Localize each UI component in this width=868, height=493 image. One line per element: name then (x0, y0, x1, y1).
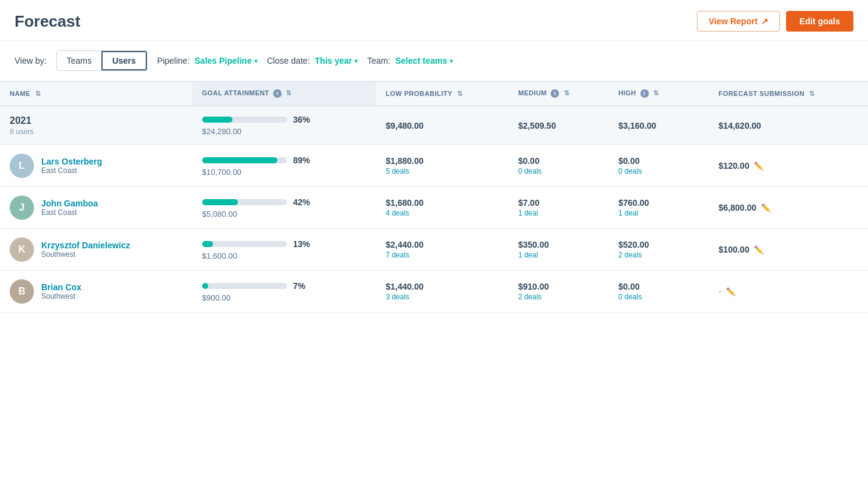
goal-amount: $1,600.00 (202, 251, 367, 260)
col-header-name: NAME ⇅ (0, 82, 192, 106)
view-by-label: View by: (15, 56, 47, 66)
external-link-icon: ↗ (761, 16, 768, 26)
group-medium-cell: $2,509.50 (509, 106, 609, 145)
user-name-cell: L Lars Osterberg East Coast (0, 145, 192, 187)
edit-icon[interactable]: ✏️ (754, 162, 764, 171)
progress-pct: 42% (293, 197, 310, 207)
info-icon: i (640, 89, 649, 98)
info-icon: i (273, 89, 282, 98)
col-header-goal: GOAL ATTAINMENT i ⇅ (192, 82, 376, 106)
avatar: J (10, 195, 34, 220)
user-medium-cell: $0.00 0 deals (509, 145, 609, 187)
chevron-down-icon: ▾ (450, 58, 453, 64)
user-team: Southwest (41, 292, 81, 301)
user-team: Southwest (41, 250, 130, 259)
sort-icon[interactable]: ⇅ (809, 90, 815, 97)
team-filter: Team: Select teams ▾ (367, 56, 453, 66)
group-name-cell: 2021 8 users (0, 106, 192, 145)
col-header-low: LOW PROBABILITY ⇅ (376, 82, 508, 106)
user-name[interactable]: Brian Cox (41, 282, 81, 292)
user-forecast-cell: $6,800.00 ✏️ (709, 187, 868, 229)
group-progress-bar-fill (202, 117, 232, 123)
sort-icon[interactable]: ⇅ (35, 90, 41, 97)
team-label: Team: (367, 56, 390, 66)
progress-bar-fill (202, 157, 278, 163)
sort-icon[interactable]: ⇅ (286, 89, 291, 97)
view-users-button[interactable]: Users (101, 51, 147, 70)
user-team: East Coast (41, 166, 102, 175)
view-toggle: Teams Users (56, 50, 147, 71)
table-row: J John Gamboa East Coast 42% $5,080.00 $… (0, 187, 868, 229)
progress-bar-bg (202, 241, 287, 247)
user-goal-cell: 7% $900.00 (192, 271, 376, 313)
edit-icon[interactable]: ✏️ (726, 287, 736, 296)
col-header-high: HIGH i ⇅ (609, 82, 709, 106)
user-forecast-cell: - ✏️ (709, 271, 868, 313)
user-name[interactable]: John Gamboa (41, 199, 98, 208)
progress-bar-bg (202, 157, 287, 163)
sort-icon[interactable]: ⇅ (653, 89, 659, 97)
view-teams-button[interactable]: Teams (57, 51, 101, 70)
col-header-forecast: FORECAST SUBMISSION ⇅ (709, 82, 868, 106)
goal-amount: $10,700.00 (202, 168, 367, 177)
user-high-cell: $760.00 1 deal (609, 187, 709, 229)
filter-bar: View by: Teams Users Pipeline: Sales Pip… (0, 41, 868, 81)
close-date-filter: Close date: This year ▾ (267, 56, 358, 66)
edit-icon[interactable]: ✏️ (754, 245, 764, 254)
page-header: Forecast View Report ↗ Edit goals (0, 0, 868, 41)
table-row: L Lars Osterberg East Coast 89% $10,700.… (0, 145, 868, 187)
user-name[interactable]: Krzysztof Danielewicz (41, 240, 130, 250)
pipeline-dropdown[interactable]: Sales Pipeline ▾ (195, 56, 257, 66)
edit-goals-button[interactable]: Edit goals (786, 11, 853, 32)
progress-bar-fill (202, 199, 238, 205)
goal-amount: $5,080.00 (202, 209, 367, 219)
progress-bar-bg (202, 283, 287, 289)
view-report-button[interactable]: View Report ↗ (697, 11, 780, 32)
table-row: K Krzysztof Danielewicz Southwest 13% $1… (0, 229, 868, 271)
user-goal-cell: 42% $5,080.00 (192, 187, 376, 229)
user-medium-cell: $910.00 2 deals (509, 271, 609, 313)
progress-pct: 7% (293, 281, 305, 291)
group-progress-bar-bg (202, 117, 287, 123)
user-high-cell: $0.00 0 deals (609, 271, 709, 313)
team-dropdown[interactable]: Select teams ▾ (395, 56, 453, 66)
goal-amount: $900.00 (202, 293, 367, 302)
pipeline-label: Pipeline: (157, 56, 190, 66)
forecast-table: NAME ⇅ GOAL ATTAINMENT i ⇅ LOW PROBABILI… (0, 81, 868, 313)
sort-icon[interactable]: ⇅ (457, 90, 463, 97)
table-row: B Brian Cox Southwest 7% $900.00 $1,440.… (0, 271, 868, 313)
edit-icon[interactable]: ✏️ (761, 203, 771, 212)
group-row-2021: 2021 8 users 36% $24,280.00 $9,480.00 (0, 106, 868, 145)
user-low-cell: $1,440.00 3 deals (376, 271, 508, 313)
table-header-row: NAME ⇅ GOAL ATTAINMENT i ⇅ LOW PROBABILI… (0, 82, 868, 106)
progress-bar-bg (202, 199, 287, 205)
chevron-down-icon: ▾ (254, 58, 257, 64)
close-date-label: Close date: (267, 56, 310, 66)
user-name[interactable]: Lars Osterberg (41, 157, 102, 166)
user-goal-cell: 13% $1,600.00 (192, 229, 376, 271)
user-name-cell: J John Gamboa East Coast (0, 187, 192, 229)
progress-bar-fill (202, 241, 213, 247)
group-forecast-cell: $14,620.00 (709, 106, 868, 145)
chevron-down-icon: ▾ (354, 58, 358, 64)
close-date-dropdown[interactable]: This year ▾ (315, 56, 358, 66)
group-high-cell: $3,160.00 (609, 106, 709, 145)
forecast-table-container: NAME ⇅ GOAL ATTAINMENT i ⇅ LOW PROBABILI… (0, 81, 868, 313)
user-name-cell: K Krzysztof Danielewicz Southwest (0, 229, 192, 271)
pipeline-filter: Pipeline: Sales Pipeline ▾ (157, 56, 257, 66)
col-header-medium: MEDIUM i ⇅ (509, 82, 609, 106)
user-medium-cell: $7.00 1 deal (509, 187, 609, 229)
user-low-cell: $1,680.00 4 deals (376, 187, 508, 229)
avatar: K (10, 237, 34, 262)
user-medium-cell: $350.00 1 deal (509, 229, 609, 271)
user-low-cell: $2,440.00 7 deals (376, 229, 508, 271)
user-forecast-cell: $120.00 ✏️ (709, 145, 868, 187)
sort-icon[interactable]: ⇅ (564, 89, 569, 97)
user-team: East Coast (41, 208, 98, 217)
group-goal-cell: 36% $24,280.00 (192, 106, 376, 145)
user-low-cell: $1,880.00 5 deals (376, 145, 508, 187)
user-high-cell: $520.00 2 deals (609, 229, 709, 271)
header-actions: View Report ↗ Edit goals (697, 11, 853, 32)
info-icon: i (551, 89, 559, 98)
user-goal-cell: 89% $10,700.00 (192, 145, 376, 187)
